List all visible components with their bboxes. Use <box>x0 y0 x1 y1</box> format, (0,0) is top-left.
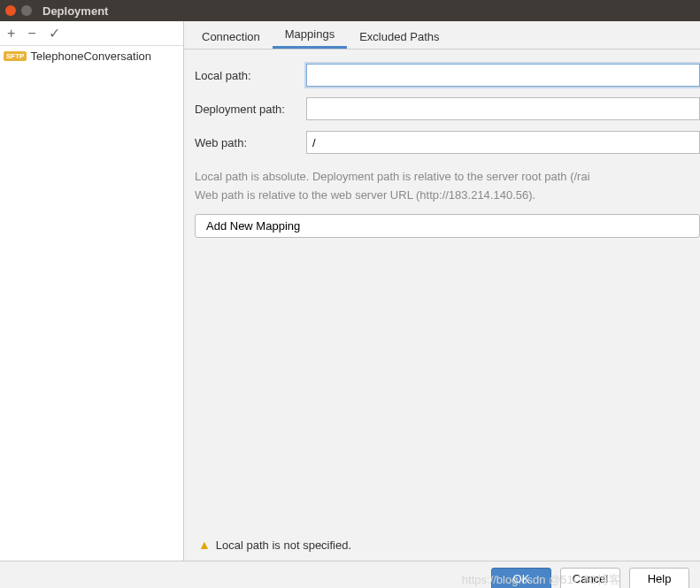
warning-icon: ▲ <box>198 538 211 552</box>
close-icon[interactable] <box>5 5 16 16</box>
titlebar: Deployment <box>0 0 700 21</box>
web-path-row: Web path: <box>195 131 700 154</box>
warning-text: Local path is not specified. <box>216 538 351 552</box>
web-path-input[interactable] <box>306 131 700 154</box>
tabs: Connection Mappings Excluded Paths <box>184 21 700 50</box>
sidebar-toolbar: + − ✓ <box>0 21 183 46</box>
web-path-label: Web path: <box>195 136 306 149</box>
warning-row: ▲ Local path is not specified. <box>195 531 700 561</box>
help-line-2: Web path is relative to the web server U… <box>195 187 700 205</box>
cancel-button[interactable]: Cancel <box>560 568 620 589</box>
deployment-path-row: Deployment path: <box>195 97 700 120</box>
deployment-path-input[interactable] <box>306 97 700 120</box>
add-new-mapping-button[interactable]: Add New Mapping <box>195 214 700 238</box>
tab-excluded-paths[interactable]: Excluded Paths <box>347 25 451 49</box>
remove-icon[interactable]: − <box>27 26 35 42</box>
local-path-row: Local path: <box>195 64 700 87</box>
local-path-input[interactable] <box>306 64 700 87</box>
local-path-label: Local path: <box>195 69 306 82</box>
minimize-icon[interactable] <box>21 5 32 16</box>
mappings-panel: Local path: Deployment path: Web path: L… <box>184 50 700 561</box>
help-text: Local path is absolute. Deployment path … <box>195 168 700 205</box>
window-title: Deployment <box>42 4 108 18</box>
tab-connection[interactable]: Connection <box>189 25 273 49</box>
sidebar-item-server[interactable]: SFTP TelephoneConversation <box>0 46 183 66</box>
ok-button[interactable]: OK <box>491 568 551 589</box>
help-line-1: Local path is absolute. Deployment path … <box>195 168 700 187</box>
add-icon[interactable]: + <box>7 26 15 42</box>
sidebar-list: SFTP TelephoneConversation <box>0 46 183 561</box>
bottom-bar: https://blog.csdn @51CTO博客 OK Cancel Hel… <box>0 561 700 588</box>
apply-icon[interactable]: ✓ <box>49 25 60 42</box>
sftp-badge-icon: SFTP <box>4 51 27 61</box>
deployment-path-label: Deployment path: <box>195 103 306 116</box>
content: + − ✓ SFTP TelephoneConversation Connect… <box>0 21 700 561</box>
sidebar-item-label: TelephoneConversation <box>30 50 151 63</box>
sidebar: + − ✓ SFTP TelephoneConversation <box>0 21 184 561</box>
tab-mappings[interactable]: Mappings <box>273 22 347 49</box>
help-button[interactable]: Help <box>629 568 689 589</box>
main-panel: Connection Mappings Excluded Paths Local… <box>184 21 700 561</box>
